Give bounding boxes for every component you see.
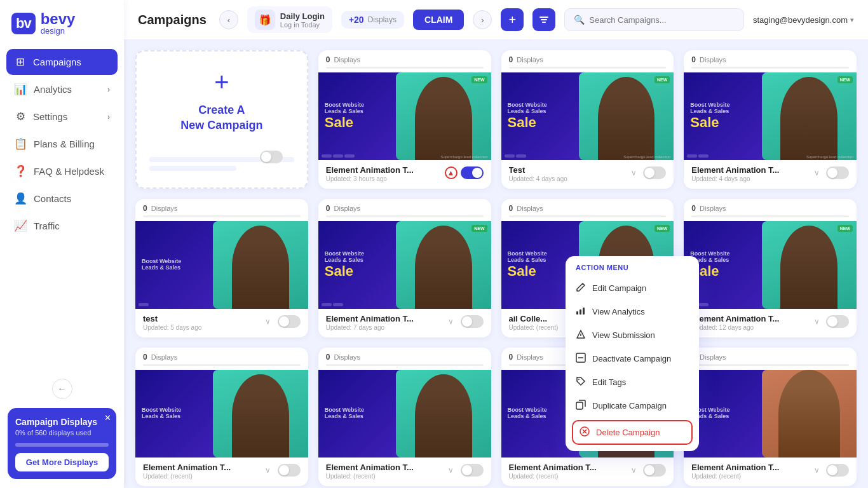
- card-toggle[interactable]: [461, 166, 484, 179]
- duplicate-item[interactable]: Duplicate Campaign: [566, 394, 699, 417]
- card-toggle[interactable]: [461, 315, 484, 328]
- deactivate-item[interactable]: Deactivate Campaign: [566, 347, 699, 370]
- create-campaign-card[interactable]: + Create ANew Campaign: [135, 50, 308, 189]
- next-nav-button[interactable]: ›: [473, 10, 492, 29]
- card-toggle[interactable]: [826, 315, 849, 328]
- campaign-card[interactable]: 0 Displays Boost WebsiteLeads & Sales Sa…: [684, 50, 857, 189]
- card-actions: ∨: [810, 315, 849, 328]
- campaign-card[interactable]: 0 Displays Boost WebsiteLeads & Sales: [135, 348, 308, 486]
- plans-billing-icon: 📋: [14, 137, 27, 151]
- toggle-knob: [261, 152, 271, 162]
- campaign-card[interactable]: 0 Displays Boost WebsiteLeads & Sales: [318, 348, 491, 486]
- campaign-thumbnail: Boost WebsiteLeads & Sales Sale NEW Supe…: [501, 72, 674, 160]
- delete-label: Delete Campaign: [596, 428, 660, 437]
- card-top: 0 Displays: [501, 199, 674, 221]
- view-submission-item[interactable]: View Submission: [566, 323, 699, 347]
- card-actions: ∨: [262, 315, 301, 328]
- campaign-card[interactable]: 0 Displays Boost WebsiteLeads & Sales Sa…: [684, 199, 857, 337]
- prev-nav-button[interactable]: ‹: [219, 10, 238, 29]
- card-actions: ∨: [627, 464, 666, 477]
- card-info: Element Animation T... Updated: 3 hours …: [326, 165, 442, 182]
- card-updated: Updated: 5 days ago: [143, 324, 259, 331]
- card-menu-button[interactable]: ∨: [262, 315, 275, 328]
- sidebar-item-settings[interactable]: ⚙ Settings ›: [6, 104, 118, 130]
- card-menu-button[interactable]: ∨: [810, 464, 823, 477]
- search-input[interactable]: [589, 15, 735, 25]
- toggle-knob: [827, 465, 837, 475]
- card-toggle[interactable]: [278, 464, 301, 477]
- card-progress-bar: [691, 215, 849, 217]
- card-menu-button[interactable]: ∨: [810, 166, 823, 179]
- collapse-button[interactable]: ←: [52, 379, 72, 399]
- displays-count: 0 Displays: [509, 55, 667, 64]
- card-progress-bar: [691, 364, 849, 366]
- sidebar-item-campaigns[interactable]: ⊞ Campaigns: [6, 49, 118, 75]
- campaign-card[interactable]: 0 Displays Boost WebsiteLeads & Sales: [135, 199, 308, 337]
- toggle-knob: [279, 465, 289, 475]
- contacts-icon: 👤: [14, 192, 27, 205]
- sidebar-item-plans-billing[interactable]: 📋 Plans & Billing: [6, 131, 118, 157]
- card-toggle[interactable]: [643, 464, 666, 477]
- campaign-thumbnail: Boost WebsiteLeads & Sales: [684, 370, 857, 458]
- analytics-icon: 📊: [14, 83, 27, 96]
- campaign-card[interactable]: 0 Displays Boost WebsiteLeads & Sales Sa…: [501, 50, 674, 189]
- get-more-displays-button[interactable]: Get More Displays: [15, 453, 109, 471]
- view-analytics-icon: [576, 306, 586, 318]
- card-toggle[interactable]: [278, 315, 301, 328]
- sidebar-item-faq[interactable]: ❓ FAQ & Helpdesk: [6, 158, 118, 184]
- card-menu-button[interactable]: ∨: [445, 315, 458, 328]
- card-toggle[interactable]: [643, 166, 666, 179]
- card-bottom: Element Animation T... Updated: 7 days a…: [318, 309, 491, 337]
- edit-tags-item[interactable]: Edit Tags: [566, 370, 699, 394]
- sidebar-item-contacts[interactable]: 👤 Contacts: [6, 186, 118, 212]
- card-actions: ∨: [627, 166, 666, 179]
- displays-count: 0 Displays: [326, 204, 484, 213]
- view-analytics-item[interactable]: View Analytics: [566, 300, 699, 323]
- close-widget-button[interactable]: ✕: [104, 413, 111, 423]
- campaign-card[interactable]: 0 Displays Boost WebsiteLeads & Sales Sa…: [318, 50, 491, 189]
- svg-rect-4: [580, 309, 581, 315]
- card-bottom: test Updated: 5 days ago ∨: [135, 309, 308, 337]
- campaign-card[interactable]: 0 Displays Boost WebsiteLeads & Sales: [684, 348, 857, 486]
- card-toggle[interactable]: [826, 464, 849, 477]
- toggle-knob: [827, 316, 837, 327]
- logo: bv bevy design: [0, 0, 124, 44]
- displays-count: 0 Displays: [326, 353, 484, 362]
- page-title: Campaigns: [138, 13, 207, 27]
- campaign-card[interactable]: 0 Displays Boost WebsiteLeads & Sales Sa…: [318, 199, 491, 337]
- widget-title: Campaign Displays: [15, 417, 109, 427]
- card-info: Element Animation T... Updated: (recent): [143, 463, 259, 480]
- filter-button[interactable]: [532, 8, 555, 31]
- card-menu-button[interactable]: ∨: [627, 464, 640, 477]
- card-bottom: Element Animation T... Updated: 3 hours …: [318, 160, 491, 189]
- displays-count: 0 Displays: [143, 204, 301, 213]
- card-menu-button[interactable]: ∨: [627, 166, 640, 179]
- user-email[interactable]: staging@bevydesign.com ▾: [753, 15, 854, 25]
- sidebar-item-label: Contacts: [34, 193, 71, 204]
- displays-label: Displays: [368, 15, 397, 24]
- card-menu-button[interactable]: ▲: [445, 166, 458, 179]
- create-card-title: Create ANew Campaign: [180, 103, 262, 133]
- card-menu-button[interactable]: ∨: [810, 315, 823, 328]
- card-bottom: Test Updated: 4 days ago ∨: [501, 160, 674, 189]
- edit-campaign-item[interactable]: Edit Campaign: [566, 276, 699, 300]
- card-actions: ▲: [445, 166, 484, 179]
- claim-button[interactable]: CLAIM: [413, 10, 464, 30]
- add-campaign-button[interactable]: +: [501, 8, 524, 31]
- sidebar-item-traffic[interactable]: 📈 Traffic: [6, 213, 118, 239]
- delete-item[interactable]: Delete Campaign: [572, 420, 693, 445]
- card-actions: ∨: [262, 464, 301, 477]
- card-progress-bar: [509, 215, 667, 217]
- edit-tags-icon: [576, 376, 586, 388]
- card-toggle[interactable]: [826, 166, 849, 179]
- user-email-text: staging@bevydesign.com: [753, 15, 848, 25]
- view-submission-icon: [576, 329, 586, 341]
- card-toggle[interactable]: [461, 464, 484, 477]
- daily-login-widget[interactable]: 🎁 Daily Login Log in Today: [247, 6, 332, 33]
- card-menu-button[interactable]: ∨: [262, 464, 275, 477]
- displays-count: 0 Displays: [143, 353, 301, 362]
- sidebar: bv bevy design ⊞ Campaigns 📊 Analytics ›…: [0, 0, 124, 488]
- sidebar-item-analytics[interactable]: 📊 Analytics ›: [6, 76, 118, 102]
- card-bottom: Element Animation T... Updated: (recent)…: [501, 458, 674, 486]
- card-menu-button[interactable]: ∨: [445, 464, 458, 477]
